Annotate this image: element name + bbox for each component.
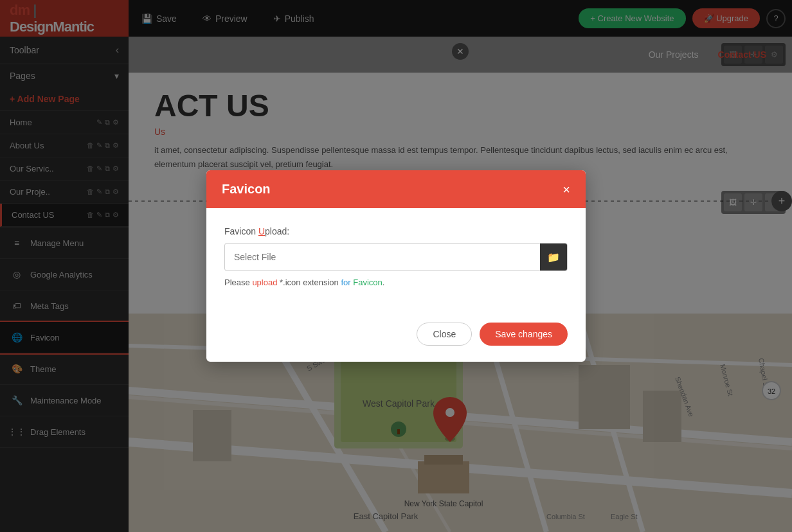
modal-hint: Please upload *.icon extension for Favic… [224,278,568,287]
upload-link[interactable]: upload [252,278,277,287]
file-browse-button[interactable]: 📁 [540,244,567,270]
save-changes-button[interactable]: Save changes [480,323,568,346]
modal-input-row: 📁 [224,243,568,271]
folder-icon: 📁 [547,251,560,263]
modal-title: Favicon [222,182,271,197]
modal-overlay[interactable]: Favicon × Favicon Upload: 📁 Please uploa… [0,0,792,532]
modal-footer: Close Save changes [206,316,586,362]
modal-field-label: Favicon Upload: [224,226,568,236]
file-input[interactable] [225,245,540,269]
modal-body: Favicon Upload: 📁 Please upload *.icon e… [206,208,586,316]
upload-underline: U [258,226,265,236]
modal-header: Favicon × [206,170,586,208]
close-modal-button[interactable]: Close [417,323,472,346]
favicon-modal: Favicon × Favicon Upload: 📁 Please uploa… [206,170,586,362]
modal-close-button[interactable]: × [562,183,570,196]
